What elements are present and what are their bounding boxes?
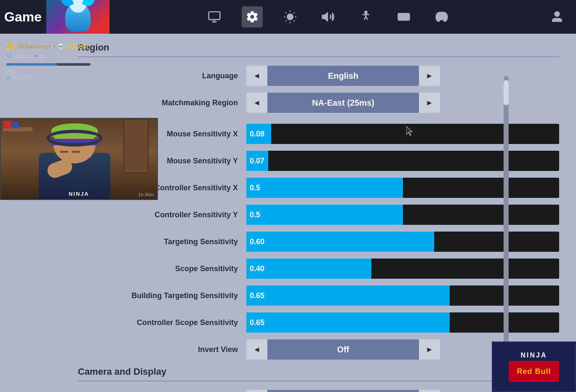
ctrl-sens-x-value: 0.5 <box>250 184 260 192</box>
matchmaking-prev-btn[interactable]: ◄ <box>246 93 267 113</box>
mouse-sens-x-value: 0.08 <box>250 130 264 139</box>
ctrl-sens-x-fill <box>246 178 403 198</box>
svg-point-13 <box>365 11 367 13</box>
scope-sens-row: Scope Sensitivity 0.40 <box>78 259 559 279</box>
streamer-mode-prev-btn[interactable]: ◄ <box>246 390 267 392</box>
svg-point-24 <box>405 16 405 16</box>
scope-sens-slider[interactable]: 0.40 <box>246 259 559 279</box>
svg-point-23 <box>403 16 403 16</box>
scrollbar-track[interactable] <box>504 76 509 384</box>
redbull-logo: Red Bull <box>509 361 559 382</box>
bld-targeting-control: 0.65 <box>246 285 559 306</box>
svg-line-7 <box>293 20 294 21</box>
ctrl-sens-y-row: Controller Sensitivity Y 0.5 <box>78 205 559 225</box>
webcam-streamer-name: NINJA <box>69 191 89 197</box>
vbucks-icon: ◈ <box>6 75 10 80</box>
settings-nav-icon[interactable] <box>242 6 263 27</box>
main-content: 👑 lilcharilerup • 💀 158,100 🛡 rafsonx • … <box>0 34 576 392</box>
targeting-sens-row: Targeting Sensitivity 0.60 <box>78 232 559 252</box>
bld-targeting-value: 0.65 <box>250 291 264 300</box>
accessibility-nav-icon[interactable] <box>355 6 376 27</box>
svg-line-6 <box>286 13 287 13</box>
monitor-nav-icon[interactable] <box>204 6 225 27</box>
invert-view-prev-btn[interactable]: ◄ <box>246 339 267 360</box>
brightness-nav-icon[interactable] <box>280 6 301 27</box>
bld-targeting-fill <box>246 285 450 306</box>
targeting-sens-label: Targeting Sensitivity <box>78 237 246 246</box>
svg-rect-28 <box>402 17 405 19</box>
targeting-sens-value: 0.60 <box>250 237 264 246</box>
vbucks-amount: 101,772 <box>12 74 32 80</box>
mouse-sens-y-value: 0.07 <box>250 157 264 165</box>
language-prev-btn[interactable]: ◄ <box>246 66 267 86</box>
language-next-btn[interactable]: ► <box>419 66 440 86</box>
language-value: English <box>267 66 419 86</box>
language-control: ◄ English ► <box>246 66 559 86</box>
ctrl-scope-row: Controller Scope Sensitivity 0.65 <box>78 312 559 333</box>
svg-point-26 <box>400 18 400 18</box>
invert-view-row: Invert View ◄ Off ► <box>78 339 559 360</box>
ctrl-scope-fill <box>246 312 450 333</box>
controller-nav-icon[interactable] <box>431 6 452 27</box>
vbucks-row: ◈ 101,772 <box>6 74 154 80</box>
matchmaking-region-row: Matchmaking Region ◄ NA-East (25ms) ► <box>78 93 559 113</box>
svg-point-27 <box>407 18 407 18</box>
matchmaking-label: Matchmaking Region <box>78 99 246 107</box>
svg-point-25 <box>407 16 407 16</box>
bld-targeting-slider[interactable]: 0.65 <box>246 285 559 306</box>
webcam-overlay: NINJA 1h 36m <box>0 118 158 200</box>
game-logo: Game <box>0 0 109 34</box>
ctrl-sens-y-control: 0.5 <box>246 205 559 225</box>
player-coins: 158,100 <box>67 43 88 50</box>
audio-nav-icon[interactable] <box>317 6 339 27</box>
bld-targeting-row: Building Targeting Sensitivity 0.65 <box>78 285 559 306</box>
matchmaking-next-btn[interactable]: ► <box>419 93 440 113</box>
scope-sens-control: 0.40 <box>246 259 559 279</box>
camera-section-header: Camera and Display <box>78 366 559 381</box>
scrollbar-thumb[interactable] <box>504 80 509 105</box>
webcam-video: NINJA 1h 36m <box>1 119 157 199</box>
invert-view-next-btn[interactable]: ► <box>419 339 440 360</box>
svg-point-3 <box>287 14 293 19</box>
redbull-text: Red Bull <box>517 367 551 376</box>
ctrl-sens-y-slider[interactable]: 0.5 <box>246 205 559 225</box>
scope-sens-label: Scope Sensitivity <box>78 264 246 273</box>
ctrl-sens-x-slider[interactable]: 0.5 <box>246 178 559 198</box>
player-name: lilcharilerup <box>17 43 51 50</box>
ctrl-sens-y-label: Controller Sensitivity Y <box>78 211 246 219</box>
sponsor-overlay: NINJA Red Bull <box>492 341 576 392</box>
svg-point-22 <box>400 16 400 16</box>
matchmaking-selector: ◄ NA-East (25ms) ► <box>246 93 440 113</box>
player-name-row: 👑 lilcharilerup • 💀 158,100 <box>6 42 154 50</box>
keyboard-nav-icon[interactable] <box>393 6 414 27</box>
scope-sens-value: 0.40 <box>250 264 264 273</box>
player-sub-row: 🛡 rafsonx • 1x <box>6 52 154 60</box>
streamer-mode-row: Streamer Mode ◄ On ► <box>78 390 559 392</box>
ctrl-scope-slider[interactable]: 0.65 <box>246 312 559 333</box>
scope-sens-fill <box>246 259 371 279</box>
profile-nav-icon[interactable] <box>547 6 568 27</box>
crown-icon: 👑 <box>6 42 15 50</box>
dot2: • <box>35 52 37 60</box>
left-panel: 👑 lilcharilerup • 💀 158,100 🛡 rafsonx • … <box>0 34 160 89</box>
nav-icons <box>109 6 547 27</box>
sub-count: 1x <box>39 53 45 59</box>
ctrl-scope-control: 0.65 <box>246 312 559 333</box>
mouse-sens-y-slider[interactable]: 0.07 <box>246 151 559 171</box>
svg-rect-14 <box>398 13 410 20</box>
invert-view-selector: ◄ Off ► <box>246 339 440 360</box>
skull-icon: 💀 <box>58 43 64 49</box>
mouse-sens-x-slider[interactable]: 0.08 <box>246 124 559 144</box>
mouse-sens-x-control: 0.08 <box>246 124 559 144</box>
language-selector: ◄ English ► <box>246 66 440 86</box>
mouse-sens-y-control: 0.07 <box>246 151 559 171</box>
targeting-sens-slider[interactable]: 0.60 <box>246 232 559 252</box>
ctrl-sens-y-value: 0.5 <box>250 211 260 219</box>
matchmaking-value: NA-East (25ms) <box>267 93 419 113</box>
svg-line-10 <box>286 20 287 21</box>
invert-view-label: Invert View <box>78 345 246 354</box>
streamer-mode-next-btn[interactable]: ► <box>419 390 440 392</box>
svg-point-31 <box>555 12 560 16</box>
xp-bar-container <box>6 63 91 66</box>
svg-marker-12 <box>323 13 328 21</box>
